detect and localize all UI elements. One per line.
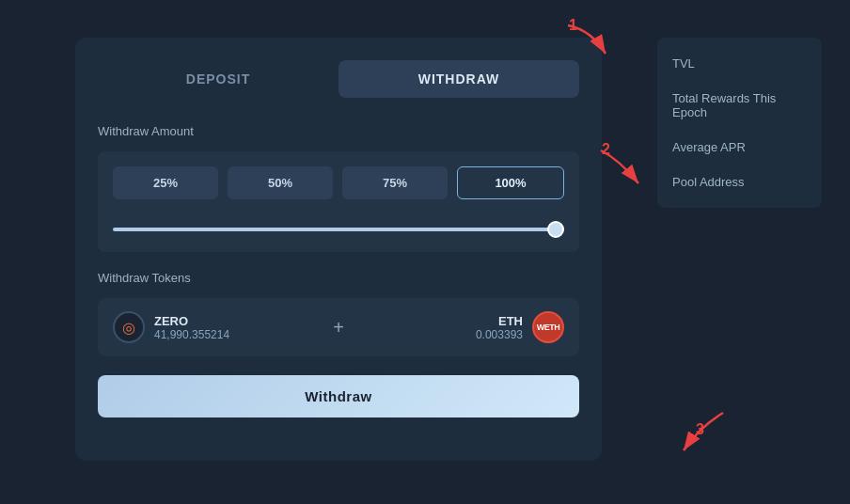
withdraw-slider[interactable] (113, 228, 564, 231)
zero-info: ZERO 41,990.355214 (154, 314, 229, 341)
eth-amount: 0.003393 (476, 328, 523, 341)
plus-sign: + (333, 317, 344, 339)
eth-info: ETH 0.003393 (476, 314, 523, 341)
zero-icon: ◎ (113, 311, 145, 343)
annotation-2: 2 (602, 141, 610, 158)
page-wrapper: DEPOSIT WITHDRAW Withdraw Amount 25% 50%… (0, 0, 850, 504)
withdraw-amount-label: Withdraw Amount (98, 124, 579, 138)
zero-amount: 41,990.355214 (154, 328, 229, 341)
right-panel-apr: Average APR (672, 140, 807, 154)
tab-withdraw[interactable]: WITHDRAW (338, 60, 579, 98)
pct-btn-75[interactable]: 75% (342, 166, 448, 199)
pct-btn-100[interactable]: 100% (457, 166, 564, 199)
right-panel-rewards: Total Rewards This Epoch (672, 91, 807, 119)
zero-name: ZERO (154, 314, 229, 328)
eth-name: ETH (498, 314, 523, 328)
withdraw-button[interactable]: Withdraw (98, 375, 579, 417)
annotation-3: 3 (696, 421, 704, 438)
annotation-1: 1 (569, 17, 577, 34)
tokens-section: Withdraw Tokens ◎ ZERO 41,990.355214 + E… (98, 271, 579, 356)
arrow-2 (596, 146, 643, 188)
percent-buttons: 25% 50% 75% 100% (113, 166, 564, 199)
slider-wrapper (113, 214, 564, 237)
weth-icon: WETH (532, 311, 564, 343)
token-zero-left: ◎ ZERO 41,990.355214 (113, 311, 322, 343)
arrow-3 (676, 408, 728, 455)
right-panel-pool: Pool Address (672, 175, 807, 189)
main-card: DEPOSIT WITHDRAW Withdraw Amount 25% 50%… (75, 38, 602, 461)
withdraw-tokens-label: Withdraw Tokens (98, 271, 579, 285)
right-panel: TVL Total Rewards This Epoch Average APR… (657, 38, 822, 208)
amount-section: 25% 50% 75% 100% (98, 151, 579, 252)
token-eth-right: ETH 0.003393 WETH (355, 311, 564, 343)
pct-btn-25[interactable]: 25% (113, 166, 218, 199)
tab-deposit[interactable]: DEPOSIT (98, 60, 338, 98)
pct-btn-50[interactable]: 50% (228, 166, 333, 199)
token-row: ◎ ZERO 41,990.355214 + ETH 0.003393 WETH (98, 298, 579, 356)
tab-row: DEPOSIT WITHDRAW (98, 60, 579, 98)
right-panel-tvl: TVL (672, 56, 807, 71)
